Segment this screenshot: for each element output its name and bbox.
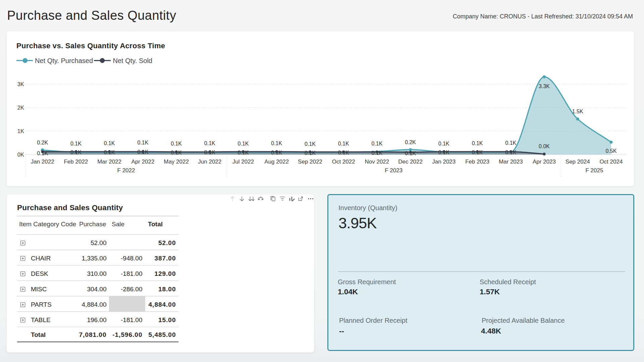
svg-text:0.1K: 0.1K bbox=[70, 149, 82, 155]
svg-text:Sep 2024: Sep 2024 bbox=[566, 159, 590, 165]
svg-text:0.1K: 0.1K bbox=[171, 141, 182, 146]
svg-text:Mar 2022: Mar 2022 bbox=[97, 159, 121, 165]
svg-text:0.1K: 0.1K bbox=[37, 150, 48, 156]
svg-text:Apr 2023: Apr 2023 bbox=[533, 159, 556, 165]
svg-text:52.00: 52.00 bbox=[91, 239, 107, 246]
svg-text:Sep 2022: Sep 2022 bbox=[298, 159, 322, 165]
svg-text:0.1K: 0.1K bbox=[137, 149, 148, 155]
svg-text:F 2022: F 2022 bbox=[117, 167, 135, 174]
svg-text:-286.00: -286.00 bbox=[121, 286, 142, 293]
svg-text:-948.00: -948.00 bbox=[121, 255, 142, 262]
svg-text:Jan 2023: Jan 2023 bbox=[432, 159, 455, 165]
svg-text:52.00: 52.00 bbox=[158, 239, 176, 246]
svg-text:Total: Total bbox=[31, 331, 46, 338]
svg-text:Jun 2022: Jun 2022 bbox=[198, 159, 221, 165]
svg-text:1.5K: 1.5K bbox=[572, 109, 583, 114]
svg-text:Aug 2022: Aug 2022 bbox=[264, 159, 289, 165]
svg-text:3.3K: 3.3K bbox=[539, 83, 550, 89]
svg-text:196.00: 196.00 bbox=[87, 316, 106, 323]
svg-text:0.1K: 0.1K bbox=[305, 141, 316, 147]
svg-text:Mar 2023: Mar 2023 bbox=[499, 159, 523, 165]
svg-text:18.00: 18.00 bbox=[158, 286, 176, 293]
svg-text:Apr 2022: Apr 2022 bbox=[131, 159, 154, 165]
svg-text:0.1K: 0.1K bbox=[338, 150, 349, 156]
svg-text:0.1K: 0.1K bbox=[171, 150, 182, 156]
svg-text:-181.00: -181.00 bbox=[121, 316, 142, 323]
svg-text:Feb 2022: Feb 2022 bbox=[64, 159, 88, 165]
svg-text:Jul 2022: Jul 2022 bbox=[232, 159, 254, 165]
svg-text:2K: 2K bbox=[17, 105, 24, 111]
svg-text:0.2K: 0.2K bbox=[37, 140, 48, 145]
svg-text:0.1K: 0.1K bbox=[137, 140, 148, 145]
svg-text:MISC: MISC bbox=[31, 286, 47, 293]
svg-text:0.1K: 0.1K bbox=[438, 141, 449, 146]
svg-text:0.1K: 0.1K bbox=[238, 141, 249, 146]
svg-text:1,335.00: 1,335.00 bbox=[82, 255, 107, 262]
svg-text:0.1K: 0.1K bbox=[405, 150, 416, 156]
svg-text:0.1K: 0.1K bbox=[204, 140, 215, 146]
svg-text:0.1K: 0.1K bbox=[104, 140, 115, 146]
svg-text:0.1K: 0.1K bbox=[271, 150, 282, 156]
svg-text:F 2025: F 2025 bbox=[585, 167, 603, 174]
svg-text:Feb 2023: Feb 2023 bbox=[465, 159, 489, 165]
svg-text:0.1K: 0.1K bbox=[271, 140, 282, 146]
svg-text:4,884.00: 4,884.00 bbox=[82, 301, 107, 308]
svg-text:CHAIR: CHAIR bbox=[31, 255, 51, 262]
svg-text:0.1K: 0.1K bbox=[371, 150, 382, 156]
svg-text:0.1K: 0.1K bbox=[505, 140, 516, 146]
svg-text:-1,596.00: -1,596.00 bbox=[112, 331, 142, 338]
svg-text:0.1K: 0.1K bbox=[472, 140, 483, 146]
svg-text:0.1K: 0.1K bbox=[438, 149, 449, 155]
svg-text:Dec 2022: Dec 2022 bbox=[398, 159, 423, 165]
svg-text:304.00: 304.00 bbox=[87, 286, 106, 293]
svg-text:F 2023: F 2023 bbox=[385, 167, 402, 174]
svg-text:Nov 2022: Nov 2022 bbox=[365, 159, 389, 165]
svg-text:Oct 2024: Oct 2024 bbox=[599, 159, 623, 165]
svg-text:0.1K: 0.1K bbox=[505, 149, 516, 155]
svg-text:129.00: 129.00 bbox=[154, 270, 176, 277]
svg-text:0.1K: 0.1K bbox=[70, 141, 82, 146]
svg-text:5,485.00: 5,485.00 bbox=[149, 331, 176, 338]
svg-text:0.1K: 0.1K bbox=[204, 149, 215, 155]
svg-text:387.00: 387.00 bbox=[154, 255, 176, 262]
svg-text:TABLE: TABLE bbox=[31, 316, 51, 323]
svg-text:7,081.00: 7,081.00 bbox=[79, 331, 107, 338]
svg-text:310.00: 310.00 bbox=[87, 270, 106, 277]
svg-text:4,884.00: 4,884.00 bbox=[149, 301, 176, 308]
svg-text:PARTS: PARTS bbox=[31, 301, 52, 308]
svg-text:0.1K: 0.1K bbox=[472, 149, 483, 155]
svg-text:0.2K: 0.2K bbox=[405, 139, 416, 145]
svg-text:0.1K: 0.1K bbox=[338, 141, 349, 146]
svg-text:Oct 2022: Oct 2022 bbox=[332, 159, 355, 165]
svg-text:15.00: 15.00 bbox=[158, 316, 176, 323]
svg-text:DESK: DESK bbox=[31, 270, 48, 277]
svg-text:3K: 3K bbox=[17, 81, 24, 87]
svg-text:Jan 2022: Jan 2022 bbox=[31, 159, 54, 165]
svg-text:May 2022: May 2022 bbox=[164, 159, 189, 165]
svg-text:0K: 0K bbox=[17, 152, 24, 158]
svg-text:Net Qty. Purchased: Net Qty. Purchased bbox=[35, 57, 93, 64]
svg-text:Net Qty. Sold: Net Qty. Sold bbox=[113, 57, 152, 64]
svg-text:0.1K: 0.1K bbox=[305, 150, 316, 156]
svg-text:-181.00: -181.00 bbox=[121, 270, 142, 277]
svg-text:0.1K: 0.1K bbox=[104, 149, 115, 155]
svg-text:0.0K: 0.0K bbox=[539, 143, 550, 149]
svg-text:0.5K: 0.5K bbox=[605, 148, 616, 154]
svg-text:0.1K: 0.1K bbox=[238, 150, 249, 156]
svg-text:0.1K: 0.1K bbox=[371, 141, 382, 146]
svg-text:1K: 1K bbox=[17, 128, 24, 134]
